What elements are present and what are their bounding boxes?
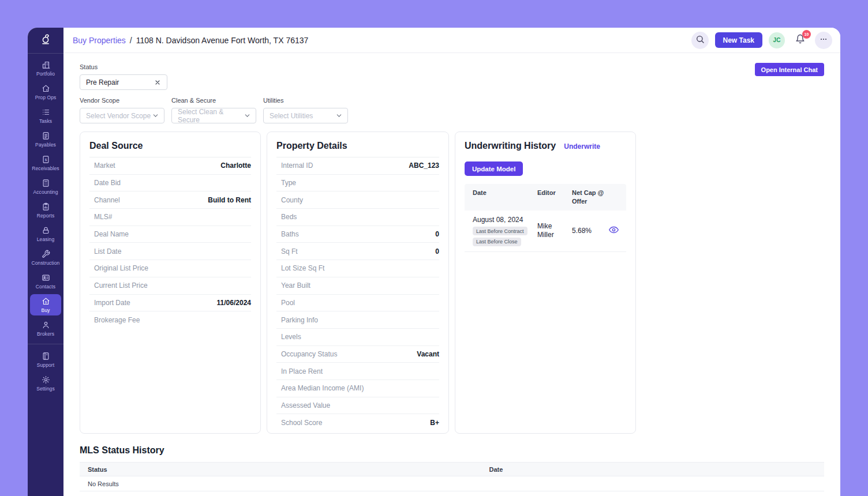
notification-badge: 10 <box>802 30 811 39</box>
reports-icon <box>42 202 50 211</box>
field-label: Area Median Income (AMI) <box>281 384 364 392</box>
notifications-button[interactable]: 10 <box>791 32 809 49</box>
sidebar-item-reports[interactable]: Reports <box>30 200 61 221</box>
sidebar-item-construction[interactable]: Construction <box>30 247 61 268</box>
sidebar-item-buy[interactable]: $ Buy <box>30 294 61 315</box>
column-header-net-cap: Net Cap @ Offer <box>572 189 609 206</box>
avatar[interactable]: JC <box>769 32 785 48</box>
cards-row: Deal Source MarketCharlotte Date Bid Cha… <box>80 131 824 434</box>
breadcrumb-current-page: 1108 N. Davidson Avenue Fort Worth, TX 7… <box>136 36 309 45</box>
sidebar-item-label: Brokers <box>37 331 54 337</box>
field-row-sq-ft: Sq Ft0 <box>276 243 439 260</box>
field-row-assessed-value: Assessed Value <box>276 397 439 415</box>
field-label: MLS# <box>94 213 112 221</box>
sidebar-item-prop-ops[interactable]: Prop Ops <box>30 81 61 103</box>
utilities-placeholder: Select Utilities <box>270 112 313 120</box>
deal-source-title: Deal Source <box>89 141 143 151</box>
sidebar-item-label: Buy <box>42 307 50 313</box>
field-label: Parking Info <box>281 316 318 324</box>
underwriting-header: Underwriting History Underwrite <box>465 141 626 157</box>
svg-text:$: $ <box>44 157 47 161</box>
field-row-type: Type <box>276 175 439 192</box>
sidebar-item-label: Support <box>37 362 54 368</box>
utilities-select[interactable]: Select Utilities <box>263 108 348 123</box>
field-label: Original List Price <box>94 264 148 272</box>
app-window: Portfolio Prop Ops Tasks Payables $ Rece… <box>28 28 840 496</box>
contacts-icon <box>42 273 50 282</box>
field-label: Year Built <box>281 281 310 290</box>
status-filter-label: Status <box>80 63 824 70</box>
vendor-scope-select[interactable]: Select Vendor Scope <box>80 108 164 123</box>
sidebar-divider <box>28 344 63 344</box>
sidebar-item-receivables[interactable]: $ Receivables <box>30 152 61 174</box>
filter-row: Vendor Scope Select Vendor Scope Clean &… <box>80 97 824 123</box>
clean-secure-filter: Clean & Secure Select Clean & Secure <box>171 97 256 123</box>
clean-secure-label: Clean & Secure <box>171 97 256 104</box>
field-row-mls: MLS# <box>89 209 251 226</box>
underwriting-table: Date Editor Net Cap @ Offer August 08, 2… <box>465 184 626 252</box>
field-row-original-list-price: Original List Price <box>89 260 251 277</box>
field-row-lot-size: Lot Size Sq Ft <box>276 260 439 277</box>
field-row-list-date: List Date <box>89 243 251 260</box>
field-label: Import Date <box>94 299 130 307</box>
sidebar-item-brokers[interactable]: Brokers <box>30 318 61 339</box>
app-logo[interactable] <box>28 28 63 54</box>
leasing-icon <box>42 226 50 235</box>
field-label: County <box>281 196 303 204</box>
utilities-label: Utilities <box>263 97 348 104</box>
update-model-button[interactable]: Update Model <box>465 161 523 176</box>
sidebar-item-tasks[interactable]: Tasks <box>30 105 61 126</box>
field-row-market: MarketCharlotte <box>89 157 251 175</box>
search-button[interactable] <box>691 32 709 49</box>
field-row-channel: ChannelBuild to Rent <box>89 191 251 209</box>
breadcrumb-separator: / <box>130 36 132 45</box>
field-label: Market <box>94 161 115 170</box>
underwrite-link[interactable]: Underwrite <box>564 142 600 151</box>
field-label: Pool <box>281 299 295 307</box>
clean-secure-select[interactable]: Select Clean & Secure <box>171 108 256 123</box>
main-area: Buy Properties / 1108 N. Davidson Avenue… <box>63 28 840 496</box>
field-value: Vacant <box>417 350 439 358</box>
field-label: Brokerage Fee <box>94 316 140 324</box>
sidebar-item-payables[interactable]: Payables <box>30 129 61 150</box>
property-details-header: Property Details <box>276 141 439 157</box>
receivables-icon: $ <box>42 155 50 164</box>
status-filter-chip[interactable]: Pre Repair <box>80 74 167 90</box>
topbar-actions: New Task JC 10 <box>691 32 832 49</box>
support-icon <box>42 352 50 360</box>
mls-status-history-table: Status Date No Results <box>80 462 824 491</box>
field-row-in-place-rent: In Place Rent <box>276 363 439 380</box>
mls-table-header: Status Date <box>80 462 824 476</box>
clean-secure-placeholder: Select Clean & Secure <box>178 108 244 124</box>
status-filter: Status Pre Repair <box>80 63 824 90</box>
search-icon <box>695 35 705 46</box>
sidebar-item-accounting[interactable]: Accounting <box>30 176 61 197</box>
field-row-beds: Beds <box>276 209 439 226</box>
open-internal-chat-button[interactable]: Open Internal Chat <box>755 63 824 76</box>
sidebar-item-support[interactable]: Support <box>30 349 61 370</box>
sidebar-item-leasing[interactable]: Leasing <box>30 223 61 245</box>
sidebar-item-portfolio[interactable]: Portfolio <box>30 58 61 79</box>
field-row-internal-id: Internal IDABC_123 <box>276 157 439 175</box>
breadcrumb-section-link[interactable]: Buy Properties <box>73 36 126 45</box>
underwriting-table-header: Date Editor Net Cap @ Offer <box>465 184 626 211</box>
payables-icon <box>42 131 50 140</box>
sidebar-item-label: Leasing <box>37 236 54 242</box>
column-header-date: Date <box>489 466 825 473</box>
vendor-scope-label: Vendor Scope <box>80 97 164 104</box>
field-row-baths: Baths0 <box>276 226 439 243</box>
sidebar-item-contacts[interactable]: Contacts <box>30 270 61 292</box>
view-model-button[interactable] <box>609 225 625 237</box>
sidebar-item-settings[interactable]: Settings <box>30 373 61 394</box>
new-task-button[interactable]: New Task <box>715 32 762 48</box>
sidebar-items: Portfolio Prop Ops Tasks Payables $ Rece… <box>28 54 63 395</box>
clear-status-button[interactable] <box>154 79 161 86</box>
field-label: In Place Rent <box>281 367 323 375</box>
settings-icon <box>42 375 50 384</box>
field-label: Baths <box>281 230 299 238</box>
sidebar-item-label: Receivables <box>32 166 59 171</box>
more-menu-button[interactable] <box>815 32 832 49</box>
underwriting-row: August 08, 2024 Last Before Contract Las… <box>465 211 626 252</box>
construction-icon <box>42 250 50 258</box>
field-row-year-built: Year Built <box>276 277 439 295</box>
